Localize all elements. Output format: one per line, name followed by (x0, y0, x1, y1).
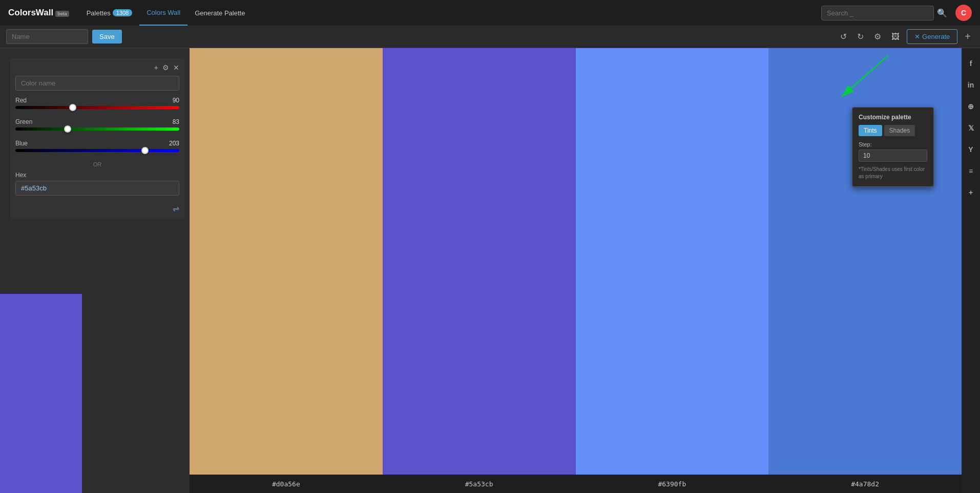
tints-tab[interactable]: Tints (859, 125, 882, 136)
palette-name-input[interactable] (6, 29, 88, 44)
save-button[interactable]: Save (92, 30, 122, 44)
green-slider-group: Green 83 (15, 118, 179, 135)
blue-slider-group: Blue 203 (15, 140, 179, 156)
main-area: + ⚙ ✕ Red 90 (0, 48, 980, 493)
step-label: Step: (859, 141, 927, 147)
color-swatch-2[interactable] (576, 48, 769, 475)
color-strip-0: #d0a56e (190, 48, 383, 493)
shades-tab[interactable]: Shades (884, 125, 915, 136)
color-strip-2: #6390fb (576, 48, 769, 493)
nav-palettes[interactable]: Palettes 1308 (79, 0, 139, 26)
blue-label: Blue (15, 140, 28, 147)
editor-close-button[interactable]: ✕ (173, 63, 179, 72)
blue-value: 203 (169, 140, 179, 147)
color-label-1: #5a53cb (383, 475, 576, 493)
color-editor: + ⚙ ✕ Red 90 (10, 58, 184, 219)
toolbar: Save ↺ ↻ ⚙ 🖼 ✕ Generate + (0, 26, 980, 48)
toolbar-right: ↺ ↻ ⚙ 🖼 ✕ Generate + (837, 29, 974, 45)
red-slider-group: Red 90 (15, 97, 179, 113)
palette-area: #d0a56e #5a53cb #6390fb #4 (190, 48, 962, 493)
editor-settings-button[interactable]: ⚙ (162, 63, 169, 72)
more-social-button[interactable]: + (962, 182, 980, 203)
or-divider: OR (15, 161, 179, 167)
image-button[interactable]: 🖼 (888, 30, 903, 44)
color-swatch-0[interactable] (190, 48, 383, 475)
left-panel: + ⚙ ✕ Red 90 (0, 48, 190, 493)
facebook-button[interactable]: f (962, 53, 980, 74)
red-label: Red (15, 97, 27, 104)
color-strip-1: #5a53cb (383, 48, 576, 493)
search-input[interactable] (821, 6, 934, 20)
twitter-button[interactable]: 𝕏 (962, 118, 980, 138)
right-social-panel: f in ⊕ 𝕏 Y ≡ + (962, 48, 980, 493)
red-value: 90 (173, 97, 179, 104)
nav-colors-wall[interactable]: Colors Wall (139, 0, 187, 26)
step-input[interactable] (859, 149, 927, 162)
pocket-button[interactable]: ⊕ (962, 96, 980, 117)
hex-group: Hex (15, 172, 179, 196)
nav-links: Palettes 1308 Colors Wall Generate Palet… (79, 0, 253, 26)
customize-title: Customize palette (859, 114, 927, 121)
search-button[interactable]: 🔍 (934, 5, 950, 21)
color-name-input[interactable] (15, 76, 179, 91)
editor-add-button[interactable]: + (154, 63, 158, 72)
generate-button[interactable]: ✕ Generate (907, 29, 957, 44)
color-swatch-1[interactable] (383, 48, 576, 475)
nav-generate-palette[interactable]: Generate Palette (187, 0, 252, 26)
user-avatar[interactable]: C (955, 5, 972, 21)
hex-label: Hex (15, 172, 179, 179)
green-value: 83 (173, 118, 179, 125)
undo-button[interactable]: ↺ (837, 30, 850, 44)
green-label: Green (15, 118, 32, 125)
color-label-0: #d0a56e (190, 475, 383, 493)
add-color-button[interactable]: + (962, 29, 974, 45)
redo-button[interactable]: ↻ (854, 30, 867, 44)
editor-header: + ⚙ ✕ (15, 63, 179, 72)
customize-popup: Customize palette Tints Shades Step: *Ti… (852, 107, 934, 187)
top-nav: ColorsWall beta Palettes 1308 Colors Wal… (0, 0, 980, 26)
settings-button[interactable]: ⚙ (871, 30, 884, 44)
color-label-2: #6390fb (576, 475, 769, 493)
color-label-3: #4a78d2 (768, 475, 962, 493)
palettes-badge: 1308 (113, 9, 132, 16)
customize-tabs: Tints Shades (859, 125, 927, 136)
bottom-color-swatch[interactable] (0, 294, 82, 493)
brand-name: ColorsWall (8, 8, 53, 18)
hackernews-button[interactable]: Y (962, 139, 980, 160)
brand-logo[interactable]: ColorsWall beta (8, 8, 69, 18)
hex-input[interactable] (15, 181, 179, 196)
linkedin-button[interactable]: in (962, 75, 980, 95)
palette-strips: #d0a56e #5a53cb #6390fb #4 (190, 48, 962, 493)
shuffle-button[interactable]: ⇌ (173, 204, 179, 213)
buffer-button[interactable]: ≡ (962, 161, 980, 181)
brand-beta: beta (55, 11, 69, 17)
customize-info: *Tints/Shades uses first color as primar… (859, 166, 927, 180)
